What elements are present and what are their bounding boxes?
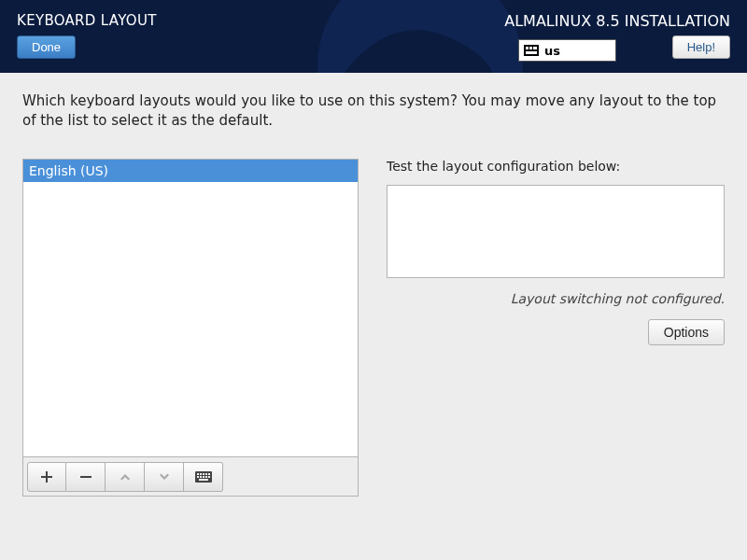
product-title: ALMALINUX 8.5 INSTALLATION xyxy=(504,12,730,30)
test-label: Test the layout configuration below: xyxy=(387,159,725,174)
svg-rect-8 xyxy=(197,476,199,478)
svg-point-0 xyxy=(317,0,523,73)
switching-note: Layout switching not configured. xyxy=(387,291,725,306)
svg-rect-5 xyxy=(203,473,204,475)
keyboard-indicator[interactable]: us xyxy=(518,39,616,62)
brand-deco xyxy=(299,0,542,73)
keyboard-icon xyxy=(195,470,212,483)
done-button[interactable]: Done xyxy=(17,35,76,59)
svg-rect-9 xyxy=(200,476,202,478)
svg-rect-1 xyxy=(80,476,92,478)
layout-list[interactable]: English (US) xyxy=(22,159,359,457)
add-layout-button[interactable] xyxy=(27,462,66,492)
options-button[interactable]: Options xyxy=(648,319,725,345)
layout-toolbar xyxy=(22,457,359,497)
svg-rect-10 xyxy=(203,476,204,478)
test-input[interactable] xyxy=(387,185,725,278)
header-bar: KEYBOARD LAYOUT ALMALINUX 8.5 INSTALLATI… xyxy=(0,0,747,73)
svg-rect-3 xyxy=(197,473,199,475)
move-down-button[interactable] xyxy=(145,462,184,492)
plus-icon xyxy=(40,470,53,483)
svg-rect-12 xyxy=(208,476,210,478)
chevron-down-icon xyxy=(158,470,171,483)
move-up-button[interactable] xyxy=(106,462,145,492)
svg-rect-4 xyxy=(200,473,202,475)
preview-layout-button[interactable] xyxy=(184,462,223,492)
instruction-text: Which keyboard layouts would you like to… xyxy=(22,91,725,131)
svg-rect-11 xyxy=(205,476,207,478)
keyboard-icon xyxy=(524,45,539,56)
remove-layout-button[interactable] xyxy=(66,462,106,492)
minus-icon xyxy=(79,470,92,483)
svg-rect-6 xyxy=(205,473,207,475)
chevron-up-icon xyxy=(119,470,132,483)
svg-rect-13 xyxy=(199,479,208,481)
screen-title: KEYBOARD LAYOUT xyxy=(17,12,157,29)
layout-item[interactable]: English (US) xyxy=(23,160,358,182)
content-area: Which keyboard layouts would you like to… xyxy=(0,73,747,515)
svg-rect-7 xyxy=(208,473,210,475)
keyboard-indicator-code: us xyxy=(544,44,560,58)
help-button[interactable]: Help! xyxy=(672,35,730,59)
